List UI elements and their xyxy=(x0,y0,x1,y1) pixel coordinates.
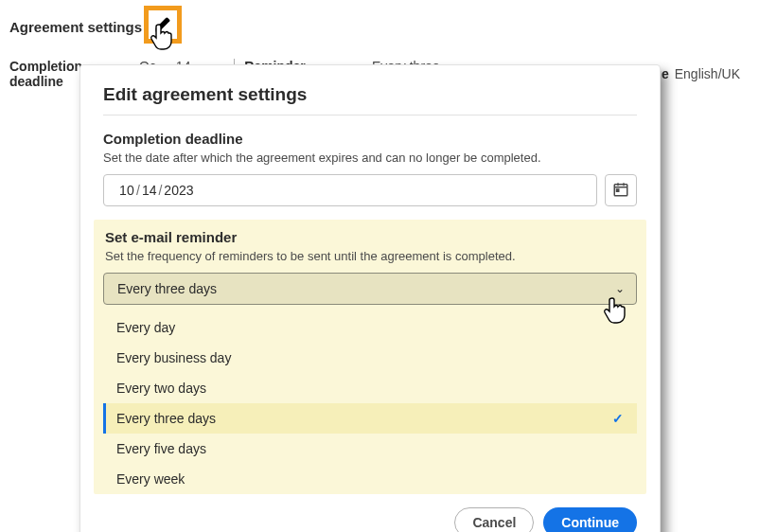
reminder-options: Every dayEvery business dayEvery two day… xyxy=(103,312,637,494)
reminder-option-label: Every business day xyxy=(116,350,231,365)
edit-settings-button[interactable] xyxy=(144,6,182,44)
reminder-option[interactable]: Every business day xyxy=(103,343,637,373)
dialog-footer: Cancel Continue xyxy=(103,507,637,532)
pencil-icon xyxy=(149,10,177,39)
divider xyxy=(103,115,637,115)
reminder-option[interactable]: Every week xyxy=(103,464,637,494)
reminder-option[interactable]: Every three days✓ xyxy=(103,403,637,434)
reminder-help: Set the frequency of reminders to be sen… xyxy=(103,249,637,263)
reminder-option-label: Every two days xyxy=(116,381,206,396)
reminder-label: Set e-mail reminder xyxy=(103,229,637,245)
reminder-select-value: Every three days xyxy=(117,281,217,296)
svg-rect-4 xyxy=(617,189,619,191)
page-title: Agreement settings xyxy=(9,19,142,35)
reminder-option-label: Every day xyxy=(116,320,175,335)
reminder-option-label: Every five days xyxy=(116,441,206,456)
date-month[interactable]: 10 xyxy=(119,183,134,198)
continue-button[interactable]: Continue xyxy=(543,507,637,532)
reminder-option-label: Every week xyxy=(116,471,185,487)
deadline-field: Completion deadline Set the date after w… xyxy=(103,131,637,206)
date-year[interactable]: 2023 xyxy=(164,183,193,198)
calendar-icon xyxy=(612,181,629,201)
reminder-option[interactable]: Every two days xyxy=(103,373,637,403)
calendar-button[interactable] xyxy=(605,174,637,206)
summary-language-value: English/UK xyxy=(675,66,740,81)
reminder-field: Set e-mail reminder Set the frequency of… xyxy=(94,220,646,494)
reminder-select[interactable]: Every three days ⌄ xyxy=(103,273,637,305)
deadline-help: Set the date after which the agreement e… xyxy=(103,151,637,165)
reminder-option[interactable]: Every five days xyxy=(103,434,637,464)
dialog-title: Edit agreement settings xyxy=(103,84,637,105)
deadline-date-input[interactable]: 10 / 14 / 2023 xyxy=(103,174,597,206)
deadline-label: Completion deadline xyxy=(103,131,637,147)
reminder-option-label: Every three days xyxy=(116,411,216,426)
date-day[interactable]: 14 xyxy=(142,183,157,198)
reminder-option[interactable]: Every day xyxy=(103,312,637,343)
checkmark-icon: ✓ xyxy=(612,411,624,426)
cancel-button[interactable]: Cancel xyxy=(454,507,534,532)
edit-agreement-dialog: Edit agreement settings Completion deadl… xyxy=(79,64,661,532)
chevron-down-icon: ⌄ xyxy=(615,282,625,295)
